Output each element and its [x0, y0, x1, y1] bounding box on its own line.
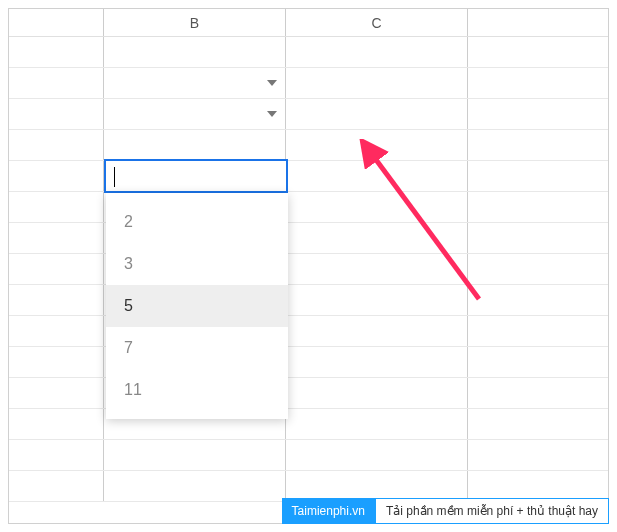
cell[interactable]: [104, 68, 286, 98]
cell[interactable]: [9, 99, 104, 129]
cell[interactable]: [286, 378, 468, 408]
row: [9, 130, 608, 161]
text-cursor-icon: [114, 167, 115, 187]
cell[interactable]: [468, 223, 608, 253]
row: [9, 285, 608, 316]
column-spacer: [468, 9, 608, 36]
spreadsheet: B C: [9, 9, 608, 523]
cell[interactable]: [9, 37, 104, 67]
tagline-label: Tải phần mềm miễn phí + thủ thuật hay: [375, 498, 609, 524]
row: [9, 378, 608, 409]
cell[interactable]: [286, 192, 468, 222]
row: [9, 223, 608, 254]
dropdown-item[interactable]: 5: [106, 285, 288, 327]
screenshot-frame: B C: [8, 8, 609, 524]
cell[interactable]: [9, 254, 104, 284]
cell[interactable]: [286, 68, 468, 98]
cell[interactable]: [9, 347, 104, 377]
cell[interactable]: [9, 471, 104, 501]
cell[interactable]: [9, 161, 104, 191]
cell[interactable]: [286, 130, 468, 160]
dropdown-item[interactable]: 11: [106, 369, 288, 411]
cell[interactable]: [468, 254, 608, 284]
cell[interactable]: [468, 130, 608, 160]
row: [9, 409, 608, 440]
dropdown-item[interactable]: 3: [106, 243, 288, 285]
active-cell[interactable]: [104, 159, 288, 193]
dropdown-arrow-icon[interactable]: [267, 111, 277, 117]
cell[interactable]: [9, 223, 104, 253]
cell[interactable]: [468, 440, 608, 470]
cell[interactable]: [286, 440, 468, 470]
row: [9, 99, 608, 130]
cell[interactable]: [9, 409, 104, 439]
dropdown-arrow-icon[interactable]: [267, 80, 277, 86]
cell[interactable]: [9, 285, 104, 315]
cell[interactable]: [468, 409, 608, 439]
cell[interactable]: [468, 347, 608, 377]
cell[interactable]: [468, 161, 608, 191]
cell[interactable]: [286, 161, 468, 191]
cell-input[interactable]: [106, 161, 286, 191]
cell[interactable]: [468, 316, 608, 346]
cell[interactable]: [286, 347, 468, 377]
cell[interactable]: [104, 440, 286, 470]
cell[interactable]: [286, 223, 468, 253]
cell[interactable]: [9, 440, 104, 470]
cell[interactable]: [468, 285, 608, 315]
cell[interactable]: [286, 316, 468, 346]
dropdown-item[interactable]: 7: [106, 327, 288, 369]
grid-body: [9, 37, 608, 502]
cell[interactable]: [9, 130, 104, 160]
footer-badge: Taimienphi.vn Tải phần mềm miễn phí + th…: [282, 498, 609, 524]
cell[interactable]: [286, 285, 468, 315]
row: [9, 347, 608, 378]
column-header-c[interactable]: C: [286, 9, 468, 36]
brand-label: Taimienphi.vn: [282, 498, 375, 524]
row: [9, 37, 608, 68]
dropdown-list: 2 3 5 7 11: [106, 193, 288, 419]
cell[interactable]: [9, 68, 104, 98]
cell[interactable]: [286, 99, 468, 129]
cell[interactable]: [104, 99, 286, 129]
row: [9, 440, 608, 471]
cell[interactable]: [9, 316, 104, 346]
cell[interactable]: [9, 192, 104, 222]
cell[interactable]: [286, 409, 468, 439]
cell[interactable]: [286, 471, 468, 501]
cell[interactable]: [468, 37, 608, 67]
row: [9, 316, 608, 347]
cell[interactable]: [104, 471, 286, 501]
row: [9, 161, 608, 192]
cell[interactable]: [468, 378, 608, 408]
cell[interactable]: [286, 254, 468, 284]
column-header-b[interactable]: B: [104, 9, 286, 36]
cell[interactable]: [104, 37, 286, 67]
row: [9, 68, 608, 99]
column-headers: B C: [9, 9, 608, 37]
dropdown-item[interactable]: 2: [106, 201, 288, 243]
cell[interactable]: [286, 37, 468, 67]
cell[interactable]: [468, 471, 608, 501]
cell[interactable]: [468, 99, 608, 129]
cell[interactable]: [468, 192, 608, 222]
row: [9, 192, 608, 223]
row: [9, 254, 608, 285]
column-corner: [9, 9, 104, 36]
cell[interactable]: [9, 378, 104, 408]
cell[interactable]: [104, 130, 286, 160]
cell[interactable]: [468, 68, 608, 98]
